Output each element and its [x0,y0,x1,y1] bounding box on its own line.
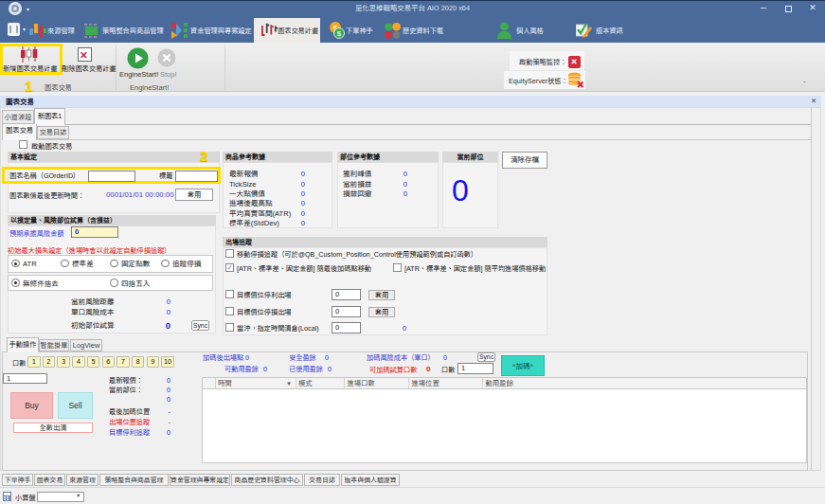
svg-text:$: $ [337,29,342,38]
